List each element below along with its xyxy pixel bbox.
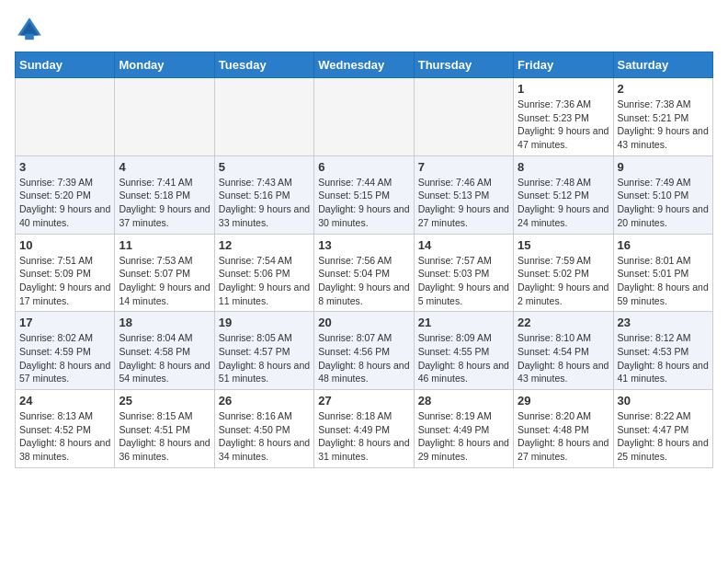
day-info: Sunrise: 8:02 AMSunset: 4:59 PMDaylight:… bbox=[19, 331, 110, 385]
day-number: 5 bbox=[219, 160, 310, 174]
calendar-cell: 12Sunrise: 7:54 AMSunset: 5:06 PMDayligh… bbox=[214, 234, 313, 312]
day-info: Sunrise: 7:44 AMSunset: 5:15 PMDaylight:… bbox=[318, 176, 409, 230]
calendar-cell: 23Sunrise: 8:12 AMSunset: 4:53 PMDayligh… bbox=[613, 312, 712, 390]
weekday-header-monday: Monday bbox=[115, 52, 214, 78]
weekday-header-thursday: Thursday bbox=[414, 52, 513, 78]
day-info: Sunrise: 7:36 AMSunset: 5:23 PMDaylight:… bbox=[518, 98, 609, 152]
calendar-cell bbox=[314, 78, 414, 156]
calendar-cell: 18Sunrise: 8:04 AMSunset: 4:58 PMDayligh… bbox=[115, 312, 214, 390]
calendar-week-row: 17Sunrise: 8:02 AMSunset: 4:59 PMDayligh… bbox=[16, 312, 713, 390]
day-info: Sunrise: 7:46 AMSunset: 5:13 PMDaylight:… bbox=[418, 176, 509, 230]
day-number: 16 bbox=[618, 238, 709, 252]
day-number: 9 bbox=[618, 160, 709, 174]
day-number: 18 bbox=[119, 316, 210, 329]
day-info: Sunrise: 7:56 AMSunset: 5:04 PMDaylight:… bbox=[318, 254, 409, 308]
calendar-cell: 29Sunrise: 8:20 AMSunset: 4:48 PMDayligh… bbox=[514, 390, 613, 468]
day-number: 6 bbox=[318, 160, 409, 174]
calendar-cell: 11Sunrise: 7:53 AMSunset: 5:07 PMDayligh… bbox=[115, 234, 214, 312]
calendar-cell: 5Sunrise: 7:43 AMSunset: 5:16 PMDaylight… bbox=[214, 155, 313, 234]
day-number: 30 bbox=[618, 394, 709, 408]
calendar-cell: 30Sunrise: 8:22 AMSunset: 4:47 PMDayligh… bbox=[613, 390, 712, 468]
calendar-week-row: 3Sunrise: 7:39 AMSunset: 5:20 PMDaylight… bbox=[16, 155, 713, 234]
day-info: Sunrise: 8:09 AMSunset: 4:55 PMDaylight:… bbox=[418, 331, 509, 385]
day-info: Sunrise: 8:13 AMSunset: 4:52 PMDaylight:… bbox=[19, 409, 110, 464]
day-info: Sunrise: 8:12 AMSunset: 4:53 PMDaylight:… bbox=[618, 331, 709, 385]
day-number: 12 bbox=[219, 238, 310, 252]
calendar-cell bbox=[115, 78, 214, 156]
day-number: 26 bbox=[219, 394, 310, 408]
calendar-header-row: SundayMondayTuesdayWednesdayThursdayFrid… bbox=[16, 52, 713, 78]
day-number: 23 bbox=[618, 316, 709, 329]
day-number: 13 bbox=[318, 238, 409, 252]
calendar-cell: 2Sunrise: 7:38 AMSunset: 5:21 PMDaylight… bbox=[613, 78, 712, 156]
day-info: Sunrise: 7:51 AMSunset: 5:09 PMDaylight:… bbox=[19, 254, 110, 308]
calendar-cell: 3Sunrise: 7:39 AMSunset: 5:20 PMDaylight… bbox=[16, 155, 115, 234]
day-number: 24 bbox=[19, 394, 110, 408]
day-number: 8 bbox=[518, 160, 609, 174]
calendar-cell: 15Sunrise: 7:59 AMSunset: 5:02 PMDayligh… bbox=[514, 234, 613, 312]
day-info: Sunrise: 7:53 AMSunset: 5:07 PMDaylight:… bbox=[119, 254, 210, 308]
calendar-cell bbox=[214, 78, 313, 156]
day-number: 29 bbox=[518, 394, 609, 408]
day-number: 15 bbox=[518, 238, 609, 252]
calendar-cell: 20Sunrise: 8:07 AMSunset: 4:56 PMDayligh… bbox=[314, 312, 414, 390]
calendar-cell bbox=[16, 78, 115, 156]
page-header bbox=[15, 15, 713, 44]
day-number: 28 bbox=[418, 394, 509, 408]
calendar-cell: 25Sunrise: 8:15 AMSunset: 4:51 PMDayligh… bbox=[115, 390, 214, 468]
day-info: Sunrise: 7:57 AMSunset: 5:03 PMDaylight:… bbox=[418, 254, 509, 308]
svg-rect-2 bbox=[25, 34, 34, 40]
weekday-header-friday: Friday bbox=[514, 52, 613, 78]
calendar-week-row: 24Sunrise: 8:13 AMSunset: 4:52 PMDayligh… bbox=[16, 390, 713, 468]
weekday-header-saturday: Saturday bbox=[613, 52, 712, 78]
calendar-cell: 6Sunrise: 7:44 AMSunset: 5:15 PMDaylight… bbox=[314, 155, 414, 234]
calendar-cell: 7Sunrise: 7:46 AMSunset: 5:13 PMDaylight… bbox=[414, 155, 513, 234]
day-info: Sunrise: 8:19 AMSunset: 4:49 PMDaylight:… bbox=[418, 409, 509, 464]
day-number: 22 bbox=[518, 316, 609, 329]
calendar-week-row: 10Sunrise: 7:51 AMSunset: 5:09 PMDayligh… bbox=[16, 234, 713, 312]
calendar-cell: 26Sunrise: 8:16 AMSunset: 4:50 PMDayligh… bbox=[214, 390, 313, 468]
calendar-cell: 10Sunrise: 7:51 AMSunset: 5:09 PMDayligh… bbox=[16, 234, 115, 312]
day-info: Sunrise: 8:01 AMSunset: 5:01 PMDaylight:… bbox=[618, 254, 709, 308]
day-info: Sunrise: 8:18 AMSunset: 4:49 PMDaylight:… bbox=[318, 409, 409, 464]
day-number: 17 bbox=[19, 316, 110, 329]
day-info: Sunrise: 8:16 AMSunset: 4:50 PMDaylight:… bbox=[219, 409, 310, 464]
day-number: 4 bbox=[119, 160, 210, 174]
calendar-cell: 21Sunrise: 8:09 AMSunset: 4:55 PMDayligh… bbox=[414, 312, 513, 390]
weekday-header-wednesday: Wednesday bbox=[314, 52, 414, 78]
day-number: 25 bbox=[119, 394, 210, 408]
day-number: 7 bbox=[418, 160, 509, 174]
day-info: Sunrise: 7:59 AMSunset: 5:02 PMDaylight:… bbox=[518, 254, 609, 308]
day-info: Sunrise: 8:22 AMSunset: 4:47 PMDaylight:… bbox=[618, 409, 709, 464]
day-info: Sunrise: 7:41 AMSunset: 5:18 PMDaylight:… bbox=[119, 176, 210, 230]
calendar-cell: 27Sunrise: 8:18 AMSunset: 4:49 PMDayligh… bbox=[314, 390, 414, 468]
day-number: 20 bbox=[318, 316, 409, 329]
day-info: Sunrise: 8:04 AMSunset: 4:58 PMDaylight:… bbox=[119, 331, 210, 385]
day-number: 10 bbox=[19, 238, 110, 252]
calendar-cell: 16Sunrise: 8:01 AMSunset: 5:01 PMDayligh… bbox=[613, 234, 712, 312]
calendar-cell: 8Sunrise: 7:48 AMSunset: 5:12 PMDaylight… bbox=[514, 155, 613, 234]
day-number: 1 bbox=[518, 82, 609, 96]
day-info: Sunrise: 7:49 AMSunset: 5:10 PMDaylight:… bbox=[618, 176, 709, 230]
calendar-cell: 1Sunrise: 7:36 AMSunset: 5:23 PMDaylight… bbox=[514, 78, 613, 156]
calendar-cell: 4Sunrise: 7:41 AMSunset: 5:18 PMDaylight… bbox=[115, 155, 214, 234]
day-number: 21 bbox=[418, 316, 509, 329]
calendar-cell: 14Sunrise: 7:57 AMSunset: 5:03 PMDayligh… bbox=[414, 234, 513, 312]
day-info: Sunrise: 8:20 AMSunset: 4:48 PMDaylight:… bbox=[518, 409, 609, 464]
day-info: Sunrise: 7:38 AMSunset: 5:21 PMDaylight:… bbox=[618, 98, 709, 152]
day-info: Sunrise: 8:10 AMSunset: 4:54 PMDaylight:… bbox=[518, 331, 609, 385]
calendar-cell bbox=[414, 78, 513, 156]
day-info: Sunrise: 7:48 AMSunset: 5:12 PMDaylight:… bbox=[518, 176, 609, 230]
calendar-cell: 19Sunrise: 8:05 AMSunset: 4:57 PMDayligh… bbox=[214, 312, 313, 390]
day-number: 3 bbox=[19, 160, 110, 174]
day-number: 14 bbox=[418, 238, 509, 252]
day-number: 27 bbox=[318, 394, 409, 408]
day-number: 11 bbox=[119, 238, 210, 252]
calendar-cell: 17Sunrise: 8:02 AMSunset: 4:59 PMDayligh… bbox=[16, 312, 115, 390]
calendar-table: SundayMondayTuesdayWednesdayThursdayFrid… bbox=[15, 52, 713, 468]
logo-icon bbox=[15, 15, 44, 44]
day-info: Sunrise: 8:15 AMSunset: 4:51 PMDaylight:… bbox=[119, 409, 210, 464]
calendar-cell: 28Sunrise: 8:19 AMSunset: 4:49 PMDayligh… bbox=[414, 390, 513, 468]
day-info: Sunrise: 8:07 AMSunset: 4:56 PMDaylight:… bbox=[318, 331, 409, 385]
calendar-cell: 22Sunrise: 8:10 AMSunset: 4:54 PMDayligh… bbox=[514, 312, 613, 390]
